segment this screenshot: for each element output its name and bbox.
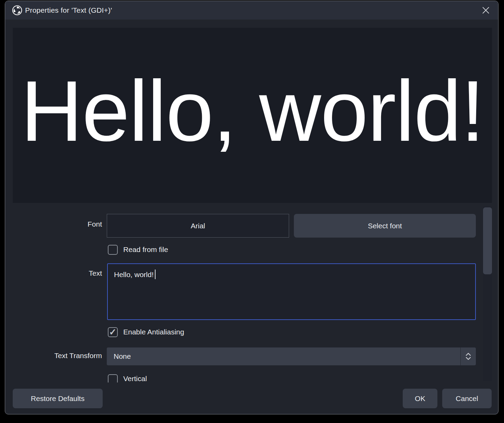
preview-text: Hello, world! [21, 68, 484, 154]
check-icon: ✓ [109, 328, 117, 336]
vertical-checkbox[interactable] [108, 374, 118, 382]
cancel-button[interactable]: Cancel [442, 389, 492, 408]
chevron-down-icon [466, 357, 471, 360]
source-preview: Hello, world! [13, 28, 492, 203]
vertical-label: Vertical [123, 375, 147, 382]
text-input-value: Hello, world! [114, 271, 154, 278]
ok-button[interactable]: OK [403, 389, 437, 408]
text-input[interactable]: Hello, world! [107, 263, 476, 320]
enable-antialiasing-checkbox[interactable]: ✓ [108, 327, 118, 337]
text-transform-label: Text Transform [33, 352, 102, 360]
select-font-button[interactable]: Select font [294, 214, 476, 238]
read-from-file-label: Read from file [123, 245, 168, 254]
text-transform-select[interactable]: None [107, 347, 476, 365]
font-value-field: Arial [107, 214, 289, 238]
text-caret [155, 270, 156, 279]
close-button[interactable] [479, 3, 493, 17]
obs-logo-icon [12, 5, 22, 15]
restore-defaults-button[interactable]: Restore Defaults [13, 389, 103, 408]
text-label: Text [33, 269, 102, 277]
text-transform-value: None [114, 352, 131, 361]
font-label: Font [33, 220, 102, 228]
spinner-buttons[interactable] [460, 347, 476, 365]
enable-antialiasing-label: Enable Antialiasing [123, 328, 184, 336]
titlebar: Properties for 'Text (GDI+)' [5, 1, 498, 20]
close-icon [481, 5, 491, 15]
chevron-up-icon [466, 353, 471, 356]
vertical-row: Vertical [108, 374, 279, 382]
scrollbar-track[interactable] [483, 206, 492, 381]
properties-dialog: Properties for 'Text (GDI+)' Hello, worl… [5, 1, 499, 414]
dialog-title: Properties for 'Text (GDI+)' [25, 6, 112, 14]
read-from-file-checkbox[interactable] [108, 245, 118, 255]
scrollbar-thumb[interactable] [483, 207, 492, 274]
